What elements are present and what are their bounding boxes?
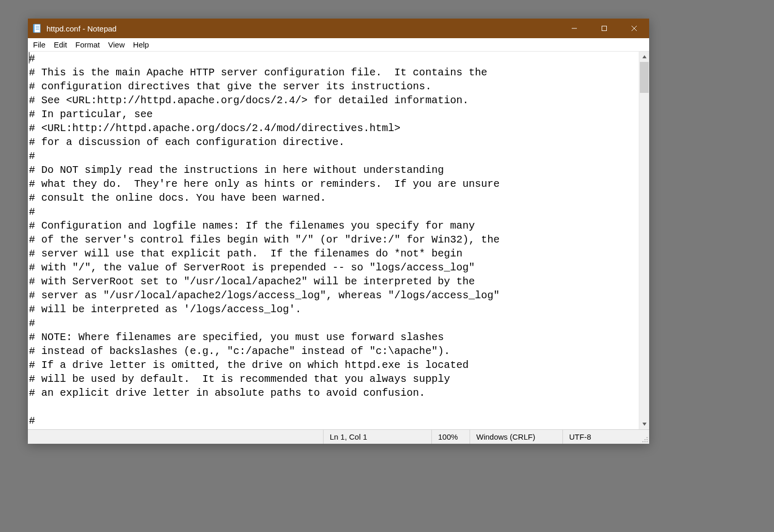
minimize-button[interactable] bbox=[559, 19, 589, 38]
notepad-icon bbox=[32, 23, 42, 34]
svg-point-12 bbox=[644, 439, 646, 440]
menu-help[interactable]: Help bbox=[129, 39, 153, 50]
titlebar[interactable]: httpd.conf - Notepad bbox=[28, 19, 649, 38]
notepad-window: httpd.conf - Notepad File Edit Format Vi… bbox=[28, 19, 649, 444]
status-encoding: UTF-8 bbox=[562, 430, 640, 444]
svg-rect-0 bbox=[34, 24, 40, 33]
resize-grip[interactable] bbox=[640, 430, 649, 444]
menu-file[interactable]: File bbox=[29, 39, 50, 50]
svg-rect-1 bbox=[33, 24, 35, 33]
status-cursor-position: Ln 1, Col 1 bbox=[323, 430, 431, 444]
text-caret bbox=[29, 52, 29, 63]
svg-point-11 bbox=[647, 437, 648, 438]
svg-marker-9 bbox=[642, 55, 647, 58]
menu-edit[interactable]: Edit bbox=[50, 39, 71, 50]
svg-marker-10 bbox=[642, 423, 647, 426]
menu-format[interactable]: Format bbox=[71, 39, 104, 50]
scroll-track[interactable] bbox=[639, 62, 649, 419]
window-title: httpd.conf - Notepad bbox=[46, 24, 559, 33]
menu-view[interactable]: View bbox=[104, 39, 129, 50]
close-button[interactable] bbox=[619, 19, 649, 38]
svg-rect-6 bbox=[602, 26, 607, 31]
status-line-ending: Windows (CRLF) bbox=[470, 430, 562, 444]
scroll-down-button[interactable] bbox=[639, 419, 649, 429]
text-editor[interactable]: # # This is the main Apache HTTP server … bbox=[28, 52, 639, 429]
editor-area: # # This is the main Apache HTTP server … bbox=[28, 52, 649, 429]
status-zoom: 100% bbox=[431, 430, 470, 444]
svg-point-13 bbox=[647, 439, 648, 440]
svg-point-14 bbox=[642, 441, 643, 442]
vertical-scrollbar[interactable] bbox=[639, 52, 649, 429]
svg-point-15 bbox=[644, 441, 646, 442]
statusbar: Ln 1, Col 1 100% Windows (CRLF) UTF-8 bbox=[28, 429, 649, 444]
menubar: File Edit Format View Help bbox=[28, 38, 649, 52]
window-controls bbox=[559, 19, 649, 38]
svg-point-16 bbox=[647, 441, 648, 442]
maximize-button[interactable] bbox=[589, 19, 619, 38]
scroll-thumb[interactable] bbox=[640, 62, 649, 93]
scroll-up-button[interactable] bbox=[639, 52, 649, 62]
